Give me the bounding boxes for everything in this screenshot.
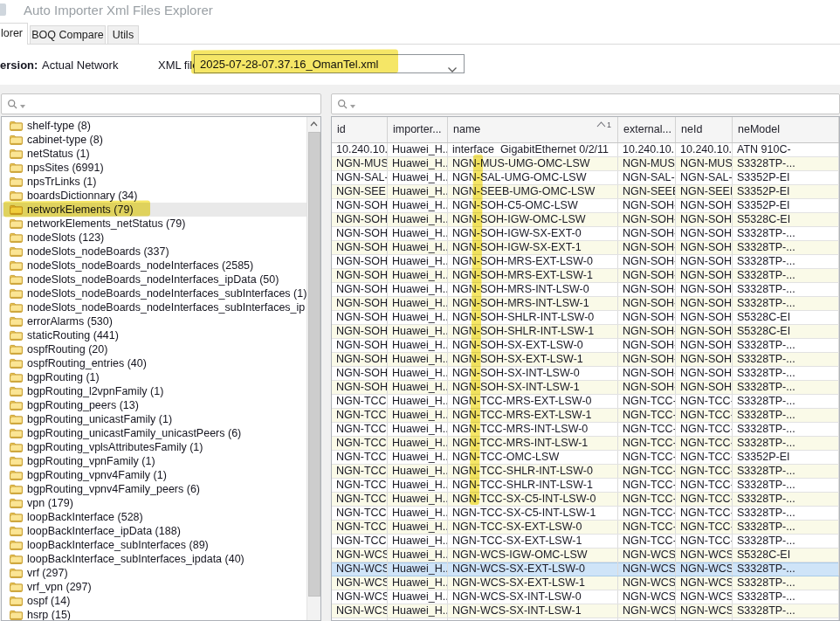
- column-header-neid[interactable]: neId: [676, 117, 733, 142]
- tab-utils[interactable]: Utils: [107, 25, 139, 45]
- table-cell[interactable]: NGN-SOH-SHLR-INT-LSW-1: [448, 325, 618, 338]
- table-cell[interactable]: NGN-TCC-MRS-EXT-LSW-1: [448, 409, 618, 422]
- table-cell[interactable]: Huawei_H...: [388, 549, 448, 562]
- table-cell[interactable]: Huawei_H...: [388, 604, 448, 618]
- scrollbar-thumb[interactable]: [308, 132, 320, 597]
- table-row[interactable]: NGN-SOH-...Huawei_H...NGN-SOH-SX-INT-LSW…: [332, 367, 839, 381]
- table-cell[interactable]: NGN-TCC-...: [332, 451, 388, 464]
- table-search-input[interactable]: [331, 93, 840, 114]
- table-cell[interactable]: S3328TP-...: [733, 521, 839, 534]
- table-cell[interactable]: NGN-WCS...: [676, 576, 733, 590]
- table-cell[interactable]: NGN-MUS-...: [676, 157, 733, 170]
- tree-item[interactable]: ospfRouting_entries (40): [2, 356, 307, 370]
- table-cell[interactable]: NGN-SOH-MRS-INT-LSW-1: [448, 297, 618, 310]
- table-row[interactable]: NGN-TCC-...Huawei_H...NGN-TCC-SHLR-INT-L…: [332, 479, 839, 493]
- table-cell[interactable]: S3352P-EI: [733, 185, 839, 198]
- table-cell[interactable]: NGN-WCS-IGW-OMC-LSW: [448, 549, 618, 562]
- table-cell[interactable]: S3328TP-...: [733, 437, 839, 450]
- table-cell[interactable]: NGN-TCC-SHLR-INT-LSW-0: [448, 465, 618, 478]
- table-cell[interactable]: S3328TP-...: [733, 269, 839, 282]
- table-cell[interactable]: Huawei_H...: [388, 367, 448, 380]
- table-cell[interactable]: NGN-WCS-SX-INT-LSW-0: [448, 590, 618, 604]
- table-cell[interactable]: NGN-TCC-SX-C5-INT-LSW-1: [448, 507, 618, 520]
- table-cell[interactable]: NGN-SOH-...: [332, 213, 388, 226]
- table-cell[interactable]: NGN-SOH-...: [618, 199, 676, 212]
- table-cell[interactable]: NGN-WCS...: [618, 562, 676, 576]
- table-cell[interactable]: NGN-SOH-...: [676, 241, 733, 254]
- tree-item[interactable]: staticRouting (441): [2, 328, 307, 342]
- table-cell[interactable]: S3328TP-...: [733, 395, 839, 408]
- table-row[interactable]: NGN-TCC-...Huawei_H...NGN-TCC-MRS-EXT-LS…: [332, 409, 839, 423]
- table-cell[interactable]: NGN-SAL-...: [676, 171, 733, 184]
- table-cell[interactable]: S3352P-EI: [733, 451, 839, 464]
- table-row[interactable]: NGN-WCS...Huawei_H...NGN-WCS-SX-EXT-LSW-…: [332, 562, 839, 576]
- table-cell[interactable]: NGN-TCC-...: [618, 395, 676, 408]
- tree-item[interactable]: vrf_vpn (297): [2, 580, 307, 594]
- tree-item[interactable]: loopBackInterface_subInterfaces_ipdata (…: [2, 552, 307, 566]
- table-cell[interactable]: NGN-TCC-...: [332, 395, 388, 408]
- tree-item[interactable]: boardsDictionnary (34): [2, 189, 307, 203]
- table-cell[interactable]: NGN-WCS...: [332, 604, 388, 618]
- tree-item[interactable]: nodeSlots_nodeBoards (337): [2, 245, 307, 259]
- table-cell[interactable]: Huawei_H...: [388, 339, 448, 352]
- table-cell[interactable]: NGN-TCC-...: [332, 437, 388, 450]
- table-cell[interactable]: Huawei_H...: [388, 157, 448, 170]
- table-cell[interactable]: S3328TP-...: [733, 227, 839, 240]
- table-cell[interactable]: Huawei_H...: [388, 185, 448, 198]
- table-cell[interactable]: Huawei_H...: [388, 479, 448, 492]
- table-cell[interactable]: NGN-WCS-SX-EXT-LSW-1: [448, 576, 618, 590]
- search-options-icon[interactable]: [350, 105, 355, 108]
- tree-item[interactable]: nodeSlots_nodeBoards_nodeInterfaces (258…: [2, 259, 307, 273]
- tree-item[interactable]: bgpRouting_unicastFamily (1): [2, 412, 307, 426]
- table-cell[interactable]: NGN-TCC-...: [332, 465, 388, 478]
- table-cell[interactable]: NGN-WCS...: [676, 604, 733, 618]
- table-cell[interactable]: NGN-SOH-...: [676, 227, 733, 240]
- table-cell[interactable]: NGN-SOH-...: [676, 297, 733, 310]
- table-cell[interactable]: NGN-TCC-...: [618, 437, 676, 450]
- table-cell[interactable]: NGN-SOH-...: [618, 325, 676, 338]
- table-cell[interactable]: NGN-TCC-...: [332, 535, 388, 548]
- tree-item[interactable]: errorAlarms (530): [2, 314, 307, 328]
- column-header-importer[interactable]: importer...: [388, 117, 448, 142]
- table-cell[interactable]: NGN-SOH-...: [618, 297, 676, 310]
- table-row[interactable]: NGN-TCC-...Huawei_H...NGN-TCC-MRS-INT-LS…: [332, 423, 839, 437]
- table-cell[interactable]: NGN-SOH-...: [332, 381, 388, 394]
- table-cell[interactable]: S3352P-EI: [733, 199, 839, 212]
- table-cell[interactable]: NGN-WCS...: [618, 576, 676, 590]
- table-cell[interactable]: NGN-SOH-...: [332, 227, 388, 240]
- table-cell[interactable]: NGN-SOH-...: [618, 269, 676, 282]
- table-cell[interactable]: NGN-SEEB...: [332, 185, 388, 198]
- table-cell[interactable]: NGN-SOH-...: [676, 269, 733, 282]
- table-cell[interactable]: S5328C-EI: [733, 311, 839, 324]
- table-cell[interactable]: NGN-TCC-...: [332, 479, 388, 492]
- table-cell[interactable]: interface GigabitEthernet 0/2/11: [448, 143, 618, 156]
- table-row[interactable]: NGN-TCC-...Huawei_H...NGN-TCC-OMC-LSWNGN…: [332, 451, 839, 465]
- table-cell[interactable]: Huawei_H...: [388, 171, 448, 184]
- table-cell[interactable]: NGN-SOH-...: [332, 199, 388, 212]
- table-row[interactable]: NGN-WCS...Huawei_H...NGN-WCS-SX-INT-LSW-…: [332, 590, 839, 604]
- table-cell[interactable]: NGN-SOH-...: [332, 367, 388, 380]
- table-cell[interactable]: NGN-SOH-SX-INT-LSW-0: [448, 367, 618, 380]
- tree-item[interactable]: bgpRouting_vplsAttributesFamily (1): [2, 440, 307, 454]
- table-cell[interactable]: NGN-TCC-OMC-LSW: [448, 451, 618, 464]
- table-cell[interactable]: S3328TP-...: [733, 409, 839, 422]
- table-cell[interactable]: NGN-TCC-...: [618, 535, 676, 548]
- table-cell[interactable]: NGN-SOH-...: [618, 381, 676, 394]
- table-cell[interactable]: NGN-SOH-...: [332, 255, 388, 268]
- table-cell[interactable]: 10.240.07...: [676, 618, 733, 620]
- table-cell[interactable]: 10.240.10...: [332, 143, 388, 156]
- table-cell[interactable]: Huawei_H...: [388, 465, 448, 478]
- column-header-id[interactable]: id: [332, 117, 388, 142]
- table-cell[interactable]: Huawei_H...: [388, 395, 448, 408]
- table-cell[interactable]: S3328TP-...: [733, 283, 839, 296]
- tree-item[interactable]: bgpRouting_vpnv4Family (1): [2, 468, 307, 482]
- table-cell[interactable]: Huawei_H...: [388, 521, 448, 534]
- table-cell[interactable]: S3352P-EI: [733, 171, 839, 184]
- table-cell[interactable]: S3328TP-...: [733, 507, 839, 520]
- table-row[interactable]: NGN-WCS...Huawei_H...NGN-WCS-SX-INT-LSW-…: [332, 604, 839, 618]
- table-cell[interactable]: NGN-SOH-...: [676, 255, 733, 268]
- table-cell[interactable]: NGN-SOH-...: [332, 311, 388, 324]
- table-row[interactable]: NGN-SOH-...Huawei_H...NGN-SOH-SHLR-INT-L…: [332, 325, 839, 339]
- table-cell[interactable]: Huawei_H...: [388, 493, 448, 506]
- table-cell[interactable]: NGN-TCC-...: [618, 521, 676, 534]
